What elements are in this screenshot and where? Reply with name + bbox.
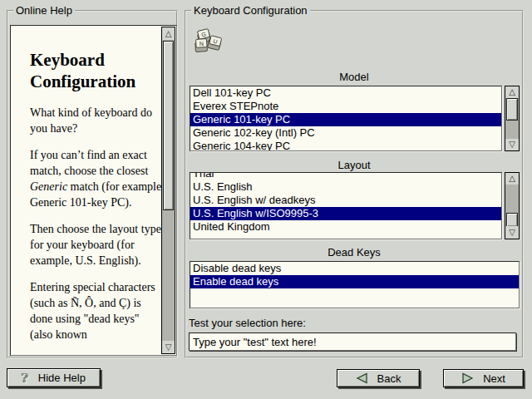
layout-label: Layout xyxy=(186,159,522,171)
back-arrow-icon xyxy=(356,372,368,384)
hide-help-button[interactable]: ? Hide Help xyxy=(7,368,101,387)
list-item[interactable]: Everex STEPnote xyxy=(190,100,501,113)
next-arrow-icon xyxy=(461,372,474,384)
list-item[interactable]: Generic 104-key PC xyxy=(190,140,501,151)
help-scrollbar[interactable]: △ ▽ xyxy=(161,27,175,354)
list-item[interactable]: Disable dead keys xyxy=(190,262,519,275)
keyboard-configuration-title: Keyboard Configuration xyxy=(191,4,310,17)
dead-keys-label: Dead Keys xyxy=(186,246,522,259)
help-scrollbar-thumb[interactable] xyxy=(163,41,174,210)
list-item[interactable]: Dell 101-key PC xyxy=(190,86,501,100)
list-item-selected[interactable]: Generic 101-key PC xyxy=(190,113,501,126)
help-heading: Keyboard Configuration xyxy=(30,49,165,92)
help-viewport: Keyboard Configuration What kind of keyb… xyxy=(10,25,177,356)
list-item[interactable]: Generic 102-key (Intl) PC xyxy=(190,126,501,140)
back-label: Back xyxy=(377,372,401,385)
test-selection-label: Test your selection here: xyxy=(189,317,306,329)
model-scrollbar[interactable]: △ ▽ xyxy=(505,86,520,151)
model-scrollbar-thumb[interactable] xyxy=(506,98,518,121)
online-help-panel: Online Help Keyboard Configuration What … xyxy=(7,10,178,358)
list-item[interactable]: U.S. English w/ deadkeys xyxy=(190,194,501,207)
list-item[interactable]: U.S. English xyxy=(190,180,501,194)
svg-text:N: N xyxy=(200,41,204,47)
keyboard-keys-icon: G N U xyxy=(192,28,222,55)
help-paragraph: Then choose the layout type for your key… xyxy=(30,221,165,268)
help-paragraph: Entering special characters (such as Ñ, … xyxy=(30,279,165,342)
dead-keys-list[interactable]: Disable dead keys Enable dead keys xyxy=(190,261,520,308)
list-item[interactable]: United Kingdom xyxy=(190,220,501,234)
scroll-down-icon[interactable]: ▽ xyxy=(505,139,519,150)
model-label: Model xyxy=(186,71,522,83)
keyboard-configuration-panel: Keyboard Configuration G N U Model Dell … xyxy=(185,10,524,358)
help-paragraph: If you can’t find an exact match, choose… xyxy=(30,147,165,210)
layout-scrollbar[interactable]: △ ▽ xyxy=(505,172,520,239)
help-paragraph: What kind of keyboard do you have? xyxy=(30,105,165,136)
question-mark-icon: ? xyxy=(22,371,29,386)
list-item-selected[interactable]: U.S. English w/ISO9995-3 xyxy=(190,207,501,220)
next-button[interactable]: Next xyxy=(443,369,524,387)
layout-list[interactable]: Thai U.S. English U.S. English w/ deadke… xyxy=(190,172,502,239)
next-label: Next xyxy=(483,372,505,385)
layout-scrollbar-thumb[interactable] xyxy=(506,213,518,227)
scroll-up-icon[interactable]: △ xyxy=(505,86,519,98)
online-help-title: Online Help xyxy=(13,4,75,17)
scroll-up-icon[interactable]: △ xyxy=(162,27,175,40)
scroll-down-icon[interactable]: ▽ xyxy=(162,341,175,353)
scroll-down-icon[interactable]: ▽ xyxy=(505,226,519,239)
help-text: Keyboard Configuration What kind of keyb… xyxy=(30,49,165,353)
back-button[interactable]: Back xyxy=(337,369,420,387)
hide-help-label: Hide Help xyxy=(38,372,86,384)
scroll-up-icon[interactable]: △ xyxy=(505,173,519,185)
test-text-input[interactable] xyxy=(189,332,516,351)
list-item[interactable]: Thai xyxy=(190,172,501,180)
list-item-selected[interactable]: Enable dead keys xyxy=(190,275,519,288)
model-list[interactable]: Dell 101-key PC Everex STEPnote Generic … xyxy=(190,86,502,151)
